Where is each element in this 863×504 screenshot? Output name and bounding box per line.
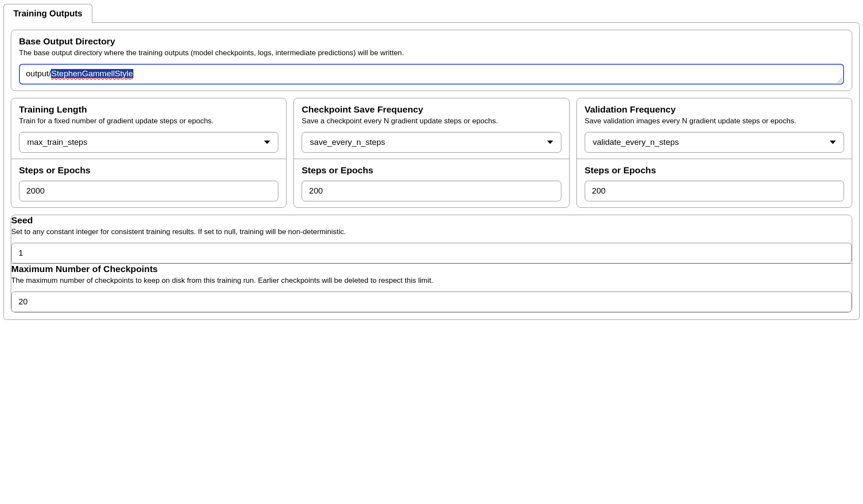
- training-length-title: Training Length: [19, 104, 278, 115]
- seed-title: Seed: [11, 215, 852, 225]
- training-length-select-value: max_train_steps: [27, 138, 87, 147]
- base-output-desc: The base output directory where the trai…: [19, 48, 844, 58]
- checkpoint-freq-desc: Save a checkpoint every N gradient updat…: [302, 116, 561, 126]
- chevron-down-icon: [547, 141, 553, 144]
- max-checkpoints-input[interactable]: [11, 291, 852, 312]
- card-validation-frequency: Validation Frequency Save validation ima…: [576, 98, 852, 208]
- seed-desc: Set to any constant integer for consiste…: [11, 227, 852, 237]
- training-length-steps-label: Steps or Epochs: [19, 165, 278, 175]
- base-output-textarea[interactable]: output/StephenGammellStyle: [19, 64, 844, 85]
- checkpoint-freq-steps-label: Steps or Epochs: [302, 165, 561, 175]
- checkpoint-freq-title: Checkpoint Save Frequency: [302, 104, 561, 115]
- validation-freq-select[interactable]: validate_every_n_steps: [585, 132, 844, 153]
- tab-label: Training Outputs: [13, 9, 82, 18]
- frequency-row: Training Length Train for a fixed number…: [11, 98, 852, 208]
- resize-handle-icon[interactable]: [837, 78, 842, 83]
- training-length-desc: Train for a fixed number of gradient upd…: [19, 116, 278, 126]
- validation-freq-title: Validation Frequency: [585, 104, 844, 115]
- training-length-select[interactable]: max_train_steps: [19, 132, 278, 153]
- validation-freq-steps-label: Steps or Epochs: [585, 165, 844, 175]
- validation-freq-select-value: validate_every_n_steps: [593, 138, 679, 147]
- card-checkpoint-frequency: Checkpoint Save Frequency Save a checkpo…: [293, 98, 569, 208]
- card-training-length: Training Length Train for a fixed number…: [11, 98, 287, 208]
- card-base-output-directory: Base Output Directory The base output di…: [11, 30, 852, 91]
- card-seed-maxcheckpoints: Seed Set to any constant integer for con…: [11, 215, 852, 313]
- seed-input[interactable]: [11, 243, 852, 263]
- training-outputs-panel: Training Outputs Base Output Directory T…: [3, 3, 860, 320]
- base-output-value: output/StephenGammellStyle: [26, 69, 133, 78]
- base-output-selection: StephenGammellStyle: [51, 69, 133, 78]
- checkpoint-freq-select-value: save_every_n_steps: [310, 138, 385, 147]
- training-length-steps-input[interactable]: [19, 181, 278, 201]
- validation-freq-steps-input[interactable]: [585, 181, 844, 201]
- tab-body: Base Output Directory The base output di…: [3, 22, 860, 320]
- tab-training-outputs[interactable]: Training Outputs: [3, 4, 92, 23]
- chevron-down-icon: [264, 141, 270, 144]
- chevron-down-icon: [830, 141, 836, 144]
- validation-freq-desc: Save validation images every N gradient …: [585, 116, 844, 126]
- checkpoint-freq-steps-input[interactable]: [302, 181, 561, 201]
- max-checkpoints-desc: The maximum number of checkpoints to kee…: [11, 276, 852, 285]
- checkpoint-freq-select[interactable]: save_every_n_steps: [302, 132, 561, 153]
- max-checkpoints-title: Maximum Number of Checkpoints: [11, 264, 852, 274]
- base-output-title: Base Output Directory: [19, 36, 844, 47]
